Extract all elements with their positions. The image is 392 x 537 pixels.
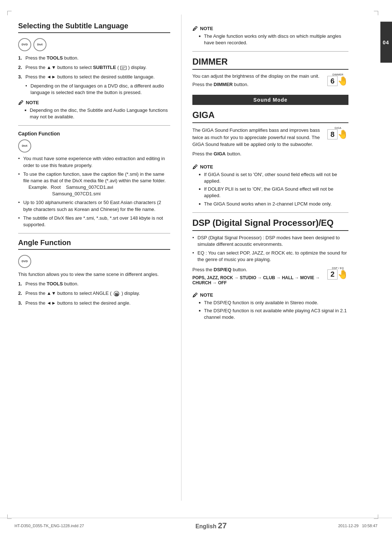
dsp-button-illustration: DSP / EQ 2 🤚 xyxy=(327,267,348,280)
dimmer-button-illustration: DIMMER 6 🤚 xyxy=(327,73,348,86)
section-subtitle-language: Selecting the Subtitle Language DVD DivX… xyxy=(18,22,170,120)
page-number-area: English 27 xyxy=(195,521,226,530)
dsp-note: 🖊 NOTE The DSP/EQ function is only avail… xyxy=(192,292,348,321)
giga-hand: 🤚 xyxy=(338,129,348,139)
dsp-bullet-2: EQ : You can select POP, JAZZ, or ROCK e… xyxy=(192,250,348,263)
caption-title: Caption Function xyxy=(18,131,170,137)
angle-step-3: 3. Press the ◄► buttons to select the de… xyxy=(18,300,170,306)
subtitle-bullet-1: Depending on the of languages on a DVD d… xyxy=(25,83,170,96)
caption-divx-icon: DivX xyxy=(18,139,31,152)
dsp-hand: 🤚 xyxy=(338,269,348,280)
dsp-instruction: Press the DSP/EQ button. xyxy=(192,267,348,272)
angle-step-1: 1. Press the TOOLS button. xyxy=(18,281,170,287)
note-icon-giga: 🖊 xyxy=(192,164,198,170)
subtitle-note-list: Depending on the disc, the Subtitle and … xyxy=(18,107,170,120)
dimmer-description: You can adjust the brightness of the dis… xyxy=(192,73,348,79)
dsp-content-area: DSP / EQ 2 🤚 Press the DSP/EQ button. PO… xyxy=(192,267,348,288)
dsp-note-list: The DSP/EQ function is only available in… xyxy=(192,300,348,321)
giga-content: GIGA 8 🤚 The GIGA Sound Function amplifi… xyxy=(192,127,348,160)
sound-mode-banner: Sound Mode xyxy=(192,95,348,105)
page-number: 27 xyxy=(218,521,226,530)
subtitle-step-1: 1. Press the TOOLS button. xyxy=(18,55,170,61)
english-label: English xyxy=(195,523,216,530)
giga-note-label: NOTE xyxy=(200,164,213,170)
caption-bullets: You must have some experience with video… xyxy=(18,155,170,228)
angle-note: 🖊 NOTE The Angle function works only wit… xyxy=(192,25,348,46)
section-giga: GIGA GIGA 8 🤚 The GIGA Sound Function am… xyxy=(192,110,348,207)
subtitle-icon xyxy=(120,66,127,70)
dimmer-title: DIMMER xyxy=(192,57,348,70)
dsp-btn-number: 2 xyxy=(327,269,338,280)
caption-bullet-4: The subtitle of DivX files are *.smi, *.… xyxy=(18,215,170,228)
dsp-note-item-2: The DSP/EQ function is not available whi… xyxy=(199,308,348,321)
svg-text:🎬: 🎬 xyxy=(115,292,119,296)
subtitle-steps-list: 1. Press the TOOLS button. 2. Press the … xyxy=(18,55,170,96)
angle-icon-group: DVD xyxy=(18,255,170,268)
angle-icon: 🎬 xyxy=(113,291,120,297)
dimmer-instruction: Press the DIMMER button. xyxy=(192,82,348,87)
section-dsp: DSP (Digital Signal Processor)/EQ DSP (D… xyxy=(192,218,348,321)
footer: HT-D350_D355-TK_ENG-1228.indd 27 English… xyxy=(0,518,392,530)
angle-steps-list: 1. Press the TOOLS button. 2. Press the … xyxy=(18,281,170,306)
right-column: 🖊 NOTE The Angle function works only wit… xyxy=(181,15,359,501)
dsp-bullets: DSP (Digital Signal Processor) : DSP mod… xyxy=(192,235,348,263)
note-icon-1: 🖊 xyxy=(18,99,24,106)
separator-r1 xyxy=(192,51,348,52)
section-dimmer: DIMMER DIMMER 6 🤚 You can adjust the bri… xyxy=(192,57,348,90)
giga-remote: GIGA 8 🤚 xyxy=(327,127,348,139)
subtitle-note: 🖊 NOTE Depending on the disc, the Subtit… xyxy=(18,99,170,120)
note-icon-angle: 🖊 xyxy=(192,25,198,32)
dsp-note-item-1: The DSP/EQ function is only available in… xyxy=(199,300,348,306)
divx-icon: DivX xyxy=(33,38,46,51)
angle-note-list: The Angle function works only with discs… xyxy=(192,33,348,46)
subtitle-step-2: 2. Press the ▲▼ buttons to select SUBTIT… xyxy=(18,64,170,71)
dsp-title: DSP (Digital Signal Processor)/EQ xyxy=(192,218,348,231)
giga-note-item-2: If DOLBY PLII is set to 'ON', the GIGA S… xyxy=(199,186,348,199)
giga-button-illustration: GIGA 8 🤚 xyxy=(327,127,348,139)
giga-btn-number: 8 xyxy=(327,129,338,139)
angle-step-2: 2. Press the ▲▼ buttons to select ANGLE … xyxy=(18,290,170,297)
giga-note: 🖊 NOTE If GIGA Sound is set to 'ON', oth… xyxy=(192,164,348,207)
note-icon-dsp: 🖊 xyxy=(192,292,198,298)
dvd-icon: DVD xyxy=(18,38,31,51)
angle-title: Angle Function xyxy=(18,239,170,250)
dsp-bullet-1: DSP (Digital Signal Processor) : DSP mod… xyxy=(192,235,348,248)
angle-description: This function allows you to view the sam… xyxy=(18,272,170,277)
dsp-note-label: NOTE xyxy=(200,292,213,298)
dsp-flow: POPS, JAZZ, ROCK → STUDIO → CLUB → HALL … xyxy=(192,275,348,285)
section-subtitle-title: Selecting the Subtitle Language xyxy=(18,22,170,33)
caption-bullet-3: Up to 100 alphanumeric characters or 50 … xyxy=(18,199,170,212)
angle-note-item-1: The Angle function works only with discs… xyxy=(199,33,348,46)
dsp-btn-label: DSP / EQ xyxy=(332,267,344,269)
separator-1 xyxy=(18,125,170,126)
section-caption: Caption Function DivX You must have some… xyxy=(18,131,170,228)
section-angle: Angle Function DVD This function allows … xyxy=(18,239,170,306)
giga-description: The GIGA Sound Function amplifies bass a… xyxy=(192,127,348,148)
dimmer-btn-number: 6 xyxy=(327,76,338,86)
angle-dvd-icon: DVD xyxy=(18,255,31,268)
giga-note-item-3: The GIGA Sound works when in 2-channel L… xyxy=(199,201,348,207)
footer-file: HT-D350_D355-TK_ENG-1228.indd 27 xyxy=(15,524,84,528)
subtitle-note-item-1: Depending on the disc, the Subtitle and … xyxy=(25,107,170,120)
dimmer-content: DIMMER 6 🤚 You can adjust the brightness… xyxy=(192,73,348,90)
left-column: Selecting the Subtitle Language DVD DivX… xyxy=(4,15,181,501)
caption-bullet-1: You must have some experience with video… xyxy=(18,155,170,168)
separator-2 xyxy=(18,233,170,233)
subtitle-step-3: 3. Press the ◄► buttons to select the de… xyxy=(18,74,170,96)
footer-date: 2011-12-29 10:58:47 xyxy=(338,524,377,528)
angle-note-label: NOTE xyxy=(200,26,213,31)
dimmer-remote: DIMMER 6 🤚 xyxy=(327,73,348,86)
note-label-1: NOTE xyxy=(26,100,39,105)
svg-rect-0 xyxy=(121,66,126,70)
subtitle-sub-bullets: Depending on the of languages on a DVD d… xyxy=(25,83,170,96)
caption-bullet-2: To use the caption function, save the ca… xyxy=(18,171,170,198)
giga-instruction: Press the GIGA button. xyxy=(192,151,348,156)
giga-title: GIGA xyxy=(192,110,348,123)
separator-r2 xyxy=(192,212,348,213)
icon-group-subtitle: DVD DivX xyxy=(18,38,170,51)
caption-icon-row: DivX xyxy=(18,139,170,152)
giga-note-item-1: If GIGA Sound is set to 'ON', other soun… xyxy=(199,171,348,184)
dimmer-hand: 🤚 xyxy=(338,76,348,86)
dsp-remote: DSP / EQ 2 🤚 xyxy=(327,267,348,280)
giga-note-list: If GIGA Sound is set to 'ON', other soun… xyxy=(192,171,348,207)
